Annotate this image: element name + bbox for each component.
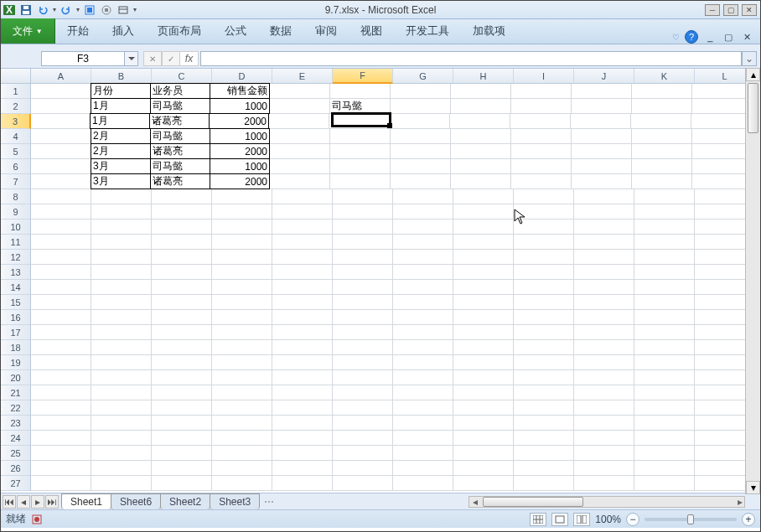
cell[interactable] — [634, 204, 695, 220]
cell[interactable] — [272, 310, 333, 325]
scroll-down-icon[interactable]: ▾ — [746, 481, 760, 494]
sheet-tab[interactable]: Sheet2 — [160, 493, 210, 509]
cell[interactable] — [152, 476, 212, 491]
cell[interactable] — [333, 265, 393, 280]
cell[interactable] — [333, 235, 393, 250]
cell[interactable] — [692, 144, 753, 159]
cell[interactable] — [514, 385, 574, 400]
zoom-thumb[interactable] — [687, 514, 694, 524]
cell[interactable] — [31, 129, 91, 144]
cell[interactable] — [272, 461, 333, 476]
row-header[interactable]: 11 — [1, 235, 31, 250]
cell[interactable]: 2000 — [210, 143, 270, 159]
row-header[interactable]: 12 — [1, 250, 31, 265]
cell[interactable] — [393, 295, 453, 310]
column-header[interactable]: G — [393, 69, 453, 83]
cell[interactable] — [152, 280, 212, 295]
row-header[interactable]: 23 — [1, 416, 31, 431]
cell[interactable] — [212, 370, 272, 385]
cell[interactable]: 1000 — [210, 98, 270, 114]
cell[interactable] — [270, 174, 330, 189]
column-header[interactable]: A — [31, 69, 91, 83]
cell[interactable] — [574, 220, 634, 235]
cell[interactable] — [333, 204, 393, 220]
cell[interactable] — [574, 385, 634, 400]
cell[interactable] — [632, 84, 692, 99]
cell[interactable]: 2000 — [210, 173, 270, 189]
cell[interactable] — [634, 265, 695, 280]
cell[interactable] — [272, 416, 333, 431]
cell[interactable] — [574, 431, 634, 446]
cell[interactable] — [572, 174, 632, 189]
cell[interactable] — [152, 461, 212, 476]
cell[interactable] — [152, 265, 212, 280]
cell[interactable] — [390, 114, 450, 129]
ribbon-tab[interactable]: 开始 — [55, 18, 101, 44]
cell[interactable] — [514, 310, 574, 325]
cell[interactable] — [330, 84, 391, 99]
cell[interactable] — [31, 416, 91, 431]
ribbon-tab[interactable]: 插入 — [101, 18, 146, 44]
vertical-scrollbar[interactable]: ▴ ▾ — [745, 68, 760, 494]
column-header[interactable]: D — [212, 69, 272, 83]
cell[interactable] — [91, 310, 152, 325]
cell[interactable]: 2000 — [209, 113, 269, 129]
cell[interactable] — [31, 189, 91, 204]
zoom-in-button[interactable]: + — [742, 513, 755, 526]
cell[interactable] — [272, 220, 333, 235]
cell[interactable] — [91, 461, 152, 476]
cell[interactable] — [574, 370, 634, 385]
cell[interactable] — [31, 295, 91, 310]
cell[interactable] — [453, 235, 514, 250]
cell[interactable]: 司马懿 — [150, 128, 210, 144]
cell[interactable] — [574, 310, 634, 325]
cell[interactable] — [574, 235, 634, 250]
zoom-level[interactable]: 100% — [595, 514, 621, 525]
minimize-button[interactable]: ─ — [705, 4, 720, 16]
cell[interactable]: 司马懿 — [330, 99, 391, 114]
cell[interactable] — [91, 446, 152, 461]
cell[interactable] — [333, 189, 393, 204]
cell[interactable] — [91, 204, 152, 220]
cell[interactable] — [333, 310, 393, 325]
cell[interactable] — [574, 461, 634, 476]
cell[interactable] — [634, 431, 695, 446]
cell[interactable] — [330, 129, 391, 144]
cell[interactable] — [572, 84, 632, 99]
view-pagebreak-icon[interactable] — [573, 513, 590, 526]
cell[interactable] — [270, 84, 330, 99]
cell[interactable]: 司马懿 — [150, 158, 210, 174]
cell[interactable] — [571, 114, 631, 129]
cell[interactable] — [393, 400, 453, 416]
cell[interactable] — [391, 99, 451, 114]
cell[interactable] — [393, 235, 453, 250]
cell[interactable] — [212, 295, 272, 310]
cell[interactable] — [269, 114, 329, 129]
column-header[interactable]: F — [333, 69, 393, 84]
cell[interactable] — [272, 204, 333, 220]
cell[interactable] — [212, 220, 272, 235]
row-header[interactable]: 15 — [1, 295, 31, 310]
cell[interactable] — [31, 476, 91, 491]
cell[interactable] — [634, 280, 695, 295]
cell[interactable] — [31, 431, 91, 446]
cell[interactable] — [152, 310, 212, 325]
cell[interactable]: 诸葛亮 — [150, 143, 210, 159]
cell[interactable] — [333, 220, 393, 235]
row-header[interactable]: 25 — [1, 446, 31, 461]
cell[interactable] — [393, 431, 453, 446]
cell[interactable] — [692, 99, 753, 114]
cell[interactable] — [333, 340, 393, 355]
cell[interactable] — [91, 416, 152, 431]
cell[interactable] — [453, 204, 514, 220]
qat-icon-3[interactable] — [116, 3, 130, 17]
cell[interactable] — [212, 340, 272, 355]
cell[interactable] — [31, 159, 91, 174]
grid[interactable]: ABCDEFGHIJKL 1月份业务员销售金额21月司马懿1000司马懿31月诸… — [1, 69, 760, 493]
cell[interactable] — [91, 265, 152, 280]
cell[interactable] — [514, 235, 574, 250]
cell[interactable] — [634, 461, 695, 476]
cell[interactable] — [511, 84, 572, 99]
ribbon-heart-icon[interactable]: ♡ — [672, 33, 680, 42]
close-button[interactable]: ✕ — [742, 4, 757, 16]
